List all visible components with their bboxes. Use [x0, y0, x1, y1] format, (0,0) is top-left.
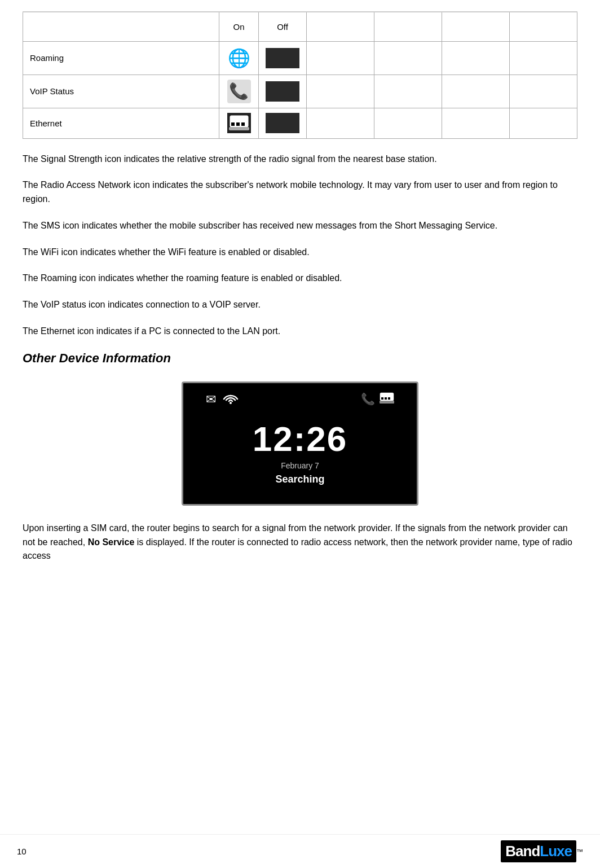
svg-rect-8 — [385, 397, 387, 400]
footer-paragraph: Upon inserting a SIM card, the router be… — [23, 521, 577, 563]
roaming-label: Roaming — [23, 41, 219, 74]
ethernet-icon — [227, 113, 251, 133]
svg-rect-7 — [381, 397, 383, 400]
voip-label: VoIP Status — [23, 74, 219, 108]
voip-screen-icon: 📞 — [361, 392, 375, 408]
device-image-container: ✉ 📞 — [23, 382, 577, 506]
brand-uxe: uxe — [548, 843, 572, 860]
ethernet-empty2 — [374, 108, 442, 138]
ethernet-screen-icon — [380, 392, 394, 408]
no-service-bold: No Service — [88, 537, 135, 547]
phone-icon: 📞 — [227, 80, 251, 103]
voip-off-block — [266, 81, 299, 102]
desc-radio-access: The Radio Access Network icon indicates … — [23, 178, 577, 207]
section-header: Other Device Information — [23, 351, 577, 366]
icon-table: On Off Roaming 🌐 — [23, 11, 577, 139]
voip-on-icon: 📞 — [219, 74, 259, 108]
svg-rect-2 — [236, 122, 240, 126]
ethernet-on-icon — [219, 108, 259, 138]
table-col-empty2 — [374, 12, 442, 41]
roaming-on-icon: 🌐 — [219, 41, 259, 74]
voip-empty2 — [374, 74, 442, 108]
roaming-empty1 — [307, 41, 374, 74]
desc-roaming: The Roaming icon indicates whether the r… — [23, 271, 577, 286]
ethernet-off-cell — [259, 108, 307, 138]
wifi-icon — [223, 392, 239, 408]
desc-voip: The VoIP status icon indicates connectio… — [23, 298, 577, 312]
brand-band: Band — [505, 843, 540, 860]
table-col-empty3 — [442, 12, 510, 41]
screen-right-icons: 📞 — [361, 392, 394, 408]
table-header-on: On — [219, 12, 259, 41]
voip-empty3 — [442, 74, 510, 108]
page-footer: 10 BandLuxe ™ — [0, 834, 600, 868]
screen-time: 12:26 — [253, 419, 348, 459]
ethernet-empty3 — [442, 108, 510, 138]
roaming-off-cell — [259, 41, 307, 74]
screen-status: Searching — [275, 474, 324, 485]
svg-rect-1 — [231, 122, 235, 126]
sms-icon: ✉ — [206, 392, 216, 408]
table-row-voip: VoIP Status 📞 — [23, 74, 577, 108]
ethernet-label: Ethernet — [23, 108, 219, 138]
brand-luxe: L — [540, 843, 548, 860]
page-number: 10 — [17, 847, 27, 856]
svg-rect-3 — [241, 122, 245, 126]
voip-empty4 — [510, 74, 577, 108]
roaming-off-block — [266, 48, 299, 68]
screen-left-icons: ✉ — [206, 392, 239, 408]
table-header-off: Off — [259, 12, 307, 41]
voip-off-cell — [259, 74, 307, 108]
globe-icon: 🌐 — [227, 46, 251, 70]
table-col-label — [23, 12, 219, 41]
ethernet-empty1 — [307, 108, 374, 138]
device-screen: ✉ 📞 — [182, 382, 418, 506]
brand-background: BandLuxe — [501, 840, 576, 862]
voip-empty1 — [307, 74, 374, 108]
desc-wifi: The WiFi icon indicates whether the WiFi… — [23, 246, 577, 260]
ethernet-off-block — [266, 113, 299, 133]
svg-rect-9 — [388, 397, 390, 400]
table-col-empty4 — [510, 12, 577, 41]
screen-date: February 7 — [281, 461, 319, 470]
desc-ethernet: The Ethernet icon indicates if a PC is c… — [23, 325, 577, 339]
screen-top-icons: ✉ 📞 — [183, 392, 417, 408]
brand-logo: BandLuxe ™ — [501, 840, 583, 862]
table-row-ethernet: Ethernet — [23, 108, 577, 138]
brand-tm: ™ — [576, 848, 583, 856]
table-col-empty1 — [307, 12, 374, 41]
desc-signal-strength: The Signal Strength icon indicates the r… — [23, 152, 577, 166]
desc-sms: The SMS icon indicates whether the mobil… — [23, 219, 577, 233]
table-row-roaming: Roaming 🌐 — [23, 41, 577, 74]
roaming-empty3 — [442, 41, 510, 74]
svg-rect-10 — [380, 401, 394, 404]
svg-point-5 — [230, 402, 232, 404]
svg-rect-4 — [229, 127, 249, 130]
ethernet-empty4 — [510, 108, 577, 138]
roaming-empty4 — [510, 41, 577, 74]
roaming-empty2 — [374, 41, 442, 74]
